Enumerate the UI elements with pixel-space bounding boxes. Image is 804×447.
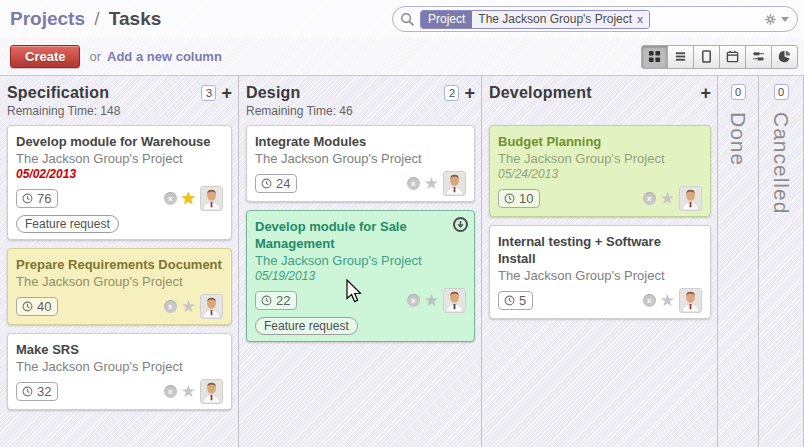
or-label: or: [89, 49, 101, 64]
priority-star-icon[interactable]: ★: [660, 190, 675, 207]
kanban-state-icon[interactable]: x: [643, 192, 656, 205]
search-input[interactable]: Project The Jackson Group's Project x: [392, 6, 798, 32]
priority-star-icon[interactable]: ★: [181, 298, 196, 315]
priority-star-icon[interactable]: ★: [181, 383, 196, 400]
breadcrumb: Projects / Tasks: [10, 8, 161, 30]
priority-star-icon[interactable]: ★: [660, 292, 675, 309]
remaining-hours-badge[interactable]: 10: [498, 189, 540, 208]
task-card[interactable]: Prepare Requirements Document The Jackso…: [7, 248, 232, 325]
column-remaining-time: [489, 104, 711, 120]
assignee-avatar[interactable]: [443, 171, 466, 196]
column-title: Development: [489, 84, 592, 102]
column-specification: Specification 3 + Remaining Time: 148 De…: [0, 76, 239, 447]
task-card[interactable]: Develop module for Sale Management The J…: [246, 210, 475, 342]
task-card[interactable]: Internal testing + Software Install The …: [489, 225, 711, 319]
card-deadline: 05/02/2013: [16, 167, 223, 182]
kanban-state-icon[interactable]: x: [164, 385, 177, 398]
priority-star-icon[interactable]: ★: [424, 175, 439, 192]
card-menu-toggle-icon[interactable]: [453, 217, 468, 232]
form-view-icon[interactable]: [693, 45, 720, 69]
hours-value: 22: [276, 293, 290, 308]
facet-remove-button[interactable]: x: [637, 13, 643, 25]
hours-value: 40: [37, 299, 51, 314]
column-cancelled-folded[interactable]: 0 Cancelled: [759, 76, 804, 447]
column-done-folded[interactable]: 0 Done: [718, 76, 759, 447]
card-title: Budget Planning: [498, 133, 702, 150]
search-facet-value: The Jackson Group's Project: [478, 12, 632, 26]
list-view-icon[interactable]: [667, 45, 694, 69]
assignee-avatar[interactable]: [679, 186, 702, 211]
add-card-button[interactable]: +: [464, 85, 475, 101]
column-remaining-time: Remaining Time: 148: [7, 104, 232, 120]
add-card-button[interactable]: +: [700, 85, 711, 101]
calendar-view-icon[interactable]: [719, 45, 746, 69]
priority-star-icon[interactable]: ★: [424, 292, 439, 309]
task-card[interactable]: Integrate Modules The Jackson Group's Pr…: [246, 125, 475, 202]
column-title: Specification: [7, 84, 109, 102]
hours-value: 32: [37, 384, 51, 399]
card-project: The Jackson Group's Project: [255, 252, 466, 269]
card-title: Make SRS: [16, 341, 223, 358]
task-card[interactable]: Make SRS The Jackson Group's Project 32 …: [7, 333, 232, 410]
kanban-state-icon[interactable]: x: [164, 192, 177, 205]
assignee-avatar[interactable]: [200, 379, 223, 404]
remaining-hours-badge[interactable]: 24: [255, 174, 297, 193]
remaining-hours-badge[interactable]: 76: [16, 189, 58, 208]
breadcrumb-separator: /: [90, 8, 103, 29]
card-title: Prepare Requirements Document: [16, 256, 223, 273]
search-options-gear-icon[interactable]: [764, 13, 777, 26]
clock-icon: [22, 386, 33, 397]
column-remaining-time: Remaining Time: 46: [246, 104, 475, 120]
kanban-state-icon[interactable]: x: [643, 294, 656, 307]
search-facet-value-wrap: The Jackson Group's Project x: [472, 11, 649, 28]
hours-value: 5: [519, 293, 526, 308]
card-project: The Jackson Group's Project: [498, 267, 702, 284]
clock-icon: [261, 295, 272, 306]
search-facet-category: Project: [421, 11, 472, 28]
remaining-hours-badge[interactable]: 40: [16, 297, 58, 316]
gantt-view-icon[interactable]: [745, 45, 772, 69]
card-deadline: 05/19/2013: [255, 269, 466, 284]
card-title: Develop module for Warehouse: [16, 133, 223, 150]
column-design: Design 2 + Remaining Time: 46 Integrate …: [239, 76, 482, 447]
kanban-view-icon[interactable]: [641, 45, 668, 69]
tag-badge: Feature request: [16, 215, 119, 233]
add-new-column-link[interactable]: Add a new column: [107, 49, 222, 64]
breadcrumb-projects-link[interactable]: Projects: [10, 8, 85, 29]
column-count-badge[interactable]: 2: [444, 85, 459, 101]
column-count-badge[interactable]: 0: [731, 84, 746, 100]
top-header: Projects / Tasks Project The Jackson Gro…: [0, 0, 804, 38]
remaining-hours-badge[interactable]: 5: [498, 291, 533, 310]
remaining-hours-badge[interactable]: 32: [16, 382, 58, 401]
card-project: The Jackson Group's Project: [255, 150, 466, 167]
assignee-avatar[interactable]: [443, 288, 466, 313]
clock-icon: [504, 295, 515, 306]
create-button[interactable]: Create: [10, 45, 80, 68]
card-project: The Jackson Group's Project: [498, 150, 702, 167]
column-title[interactable]: Cancelled: [769, 112, 793, 214]
priority-star-icon[interactable]: ★: [181, 190, 196, 207]
kanban-state-icon[interactable]: x: [407, 177, 420, 190]
column-count-badge[interactable]: 3: [201, 85, 216, 101]
search-icon: [400, 12, 415, 27]
clock-icon: [22, 301, 33, 312]
remaining-hours-badge[interactable]: 22: [255, 291, 297, 310]
kanban-state-icon[interactable]: x: [164, 300, 177, 313]
search-dropdown-arrow-icon[interactable]: [781, 17, 789, 22]
page-title: Tasks: [109, 8, 161, 29]
assignee-avatar[interactable]: [200, 294, 223, 319]
task-card[interactable]: Budget Planning The Jackson Group's Proj…: [489, 125, 711, 217]
kanban-state-icon[interactable]: x: [407, 294, 420, 307]
column-title: Design: [246, 84, 301, 102]
add-card-button[interactable]: +: [221, 85, 232, 101]
column-title[interactable]: Done: [726, 112, 750, 166]
task-card[interactable]: Develop module for Warehouse The Jackson…: [7, 125, 232, 240]
assignee-avatar[interactable]: [679, 288, 702, 313]
search-facet[interactable]: Project The Jackson Group's Project x: [420, 10, 650, 29]
assignee-avatar[interactable]: [200, 186, 223, 211]
card-title: Integrate Modules: [255, 133, 466, 150]
tag-badge: Feature request: [255, 317, 358, 335]
view-switcher: [641, 45, 798, 69]
graph-view-icon[interactable]: [771, 45, 798, 69]
column-count-badge[interactable]: 0: [774, 84, 789, 100]
